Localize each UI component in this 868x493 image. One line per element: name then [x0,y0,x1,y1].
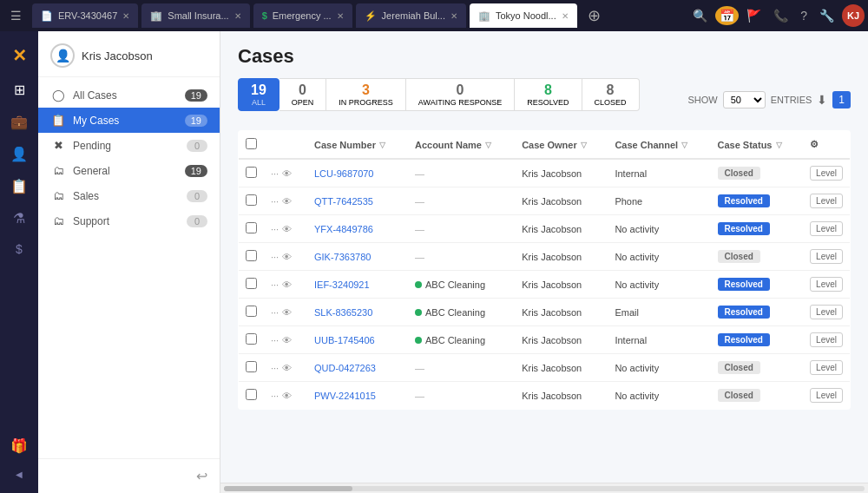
rail-icon-grid[interactable]: ⊞ [0,75,38,105]
row-eye-icon[interactable]: 👁 [282,335,292,345]
sort-icon[interactable]: ▽ [485,141,491,149]
row-more-icon[interactable]: ··· [271,252,279,262]
rail-icon-cases[interactable]: 📋 [0,171,38,201]
scroll-thumb[interactable] [224,486,352,491]
close-icon[interactable]: ✕ [337,11,344,21]
rail-icon-dollar[interactable]: $ [0,235,38,263]
sidebar-item-general[interactable]: 🗂 General 19 [38,158,220,183]
columns-button[interactable]: 1 [832,91,851,108]
sort-icon[interactable]: ▽ [681,141,687,149]
row-checkbox[interactable] [246,222,257,233]
row-more-icon[interactable]: ··· [271,279,279,290]
filter-tab-open[interactable]: 0 OPEN [279,78,327,111]
sidebar-expand-icon[interactable]: ↩ [196,468,207,484]
row-eye-icon[interactable]: 👁 [282,279,292,290]
row-checkbox[interactable] [246,278,257,289]
horizontal-scrollbar[interactable] [220,483,868,493]
close-icon[interactable]: ✕ [562,11,569,21]
help-button[interactable]: ? [796,6,812,25]
select-all-checkbox[interactable] [246,138,257,149]
close-icon[interactable]: ✕ [234,11,241,21]
show-select[interactable]: 50 25 100 [723,91,766,108]
case-number-link[interactable]: QUD-0427263 [314,363,376,373]
sort-icon[interactable]: ▽ [581,141,587,149]
flag-button[interactable]: 🚩 [742,6,766,25]
calendar-button[interactable]: 📅 [715,6,739,25]
row-eye-icon[interactable]: 👁 [282,196,292,207]
download-button[interactable]: ⬇ [817,93,827,107]
tab-tokyo-noodl[interactable]: 🏢 Tokyo Noodl... ✕ [470,3,577,28]
level-button[interactable]: Level [810,166,843,181]
settings-button[interactable]: 🔧 [815,6,838,25]
row-more-icon[interactable]: ··· [271,196,279,207]
row-eye-icon[interactable]: 👁 [282,252,292,262]
case-number-link[interactable]: UUB-1745406 [314,335,375,345]
row-eye-icon[interactable]: 👁 [282,168,292,179]
case-number-link[interactable]: IEF-3240921 [314,279,370,290]
case-number-link[interactable]: LCU-9687070 [314,168,374,179]
row-checkbox[interactable] [246,361,257,372]
sort-icon[interactable]: ▽ [379,141,385,149]
sidebar-item-sales[interactable]: 🗂 Sales 0 [38,183,220,208]
level-button[interactable]: Level [810,332,843,347]
sidebar-item-support[interactable]: 🗂 Support 0 [38,208,220,233]
rail-icon-collapse[interactable]: ◀ [0,463,38,486]
awaiting-label: AWAITING RESPONSE [418,98,502,107]
tab-jeremiah[interactable]: ⚡ Jeremiah Bul... ✕ [356,3,466,28]
sidebar-item-my-cases[interactable]: 📋 My Cases 19 [38,108,220,133]
sidebar-item-all-cases[interactable]: ◯ All Cases 19 [38,82,220,108]
level-button[interactable]: Level [810,360,843,375]
level-button[interactable]: Level [810,277,843,292]
filter-tab-awaiting[interactable]: 0 AWAITING RESPONSE [406,78,515,111]
row-eye-icon[interactable]: 👁 [282,224,292,234]
case-number-link[interactable]: QTT-7642535 [314,196,373,207]
general-count: 19 [185,165,207,177]
case-number-link[interactable]: SLK-8365230 [314,307,372,318]
row-more-icon[interactable]: ··· [271,363,279,373]
add-tab-button[interactable]: ⊕ [581,4,608,27]
row-more-icon[interactable]: ··· [271,335,279,345]
tab-small-insura[interactable]: 🏢 Small Insura... ✕ [141,3,249,28]
row-checkbox[interactable] [246,250,257,261]
col-settings[interactable]: ⚙ [803,131,850,160]
level-button[interactable]: Level [810,305,843,319]
case-number-link[interactable]: GIK-7363780 [314,252,371,262]
row-more-icon[interactable]: ··· [271,168,279,179]
user-avatar[interactable]: KJ [842,4,865,27]
case-number-link[interactable]: PWV-2241015 [314,391,376,401]
rail-icon-gift[interactable]: 🎁 [0,431,38,461]
sidebar-item-pending[interactable]: ✖ Pending 0 [38,133,220,158]
level-button[interactable]: Level [810,221,843,236]
row-eye-icon[interactable]: 👁 [282,363,292,373]
row-checkbox[interactable] [246,389,257,400]
row-more-icon[interactable]: ··· [271,307,279,318]
rail-icon-filter[interactable]: ⚗ [0,203,38,233]
phone-button[interactable]: 📞 [769,6,792,25]
row-checkbox[interactable] [246,167,257,178]
row-checkbox[interactable] [246,194,257,206]
filter-tab-in-progress[interactable]: 3 IN PROGRESS [326,78,406,111]
close-icon[interactable]: ✕ [122,11,129,21]
level-button[interactable]: Level [810,249,843,264]
row-checkbox[interactable] [246,306,257,317]
tab-emergency[interactable]: $ Emergency ... ✕ [253,3,352,28]
rail-icon-briefcase[interactable]: 💼 [0,107,38,137]
filter-tab-closed[interactable]: 8 CLOSED [582,78,640,111]
rail-icon-contacts[interactable]: 👤 [0,139,38,169]
filter-tab-all[interactable]: 19 ALL [238,78,279,111]
search-button[interactable]: 🔍 [688,6,712,25]
tab-erv[interactable]: 📄 ERV-3430467 ✕ [32,3,138,28]
row-more-icon[interactable]: ··· [271,224,279,234]
level-button[interactable]: Level [810,388,843,403]
case-number-link[interactable]: YFX-4849786 [314,224,373,234]
level-button[interactable]: Level [810,194,843,208]
hamburger-button[interactable]: ☰ [3,5,29,26]
sort-icon[interactable]: ▽ [776,141,782,149]
rail-icon-logo[interactable]: ✕ [0,38,38,73]
row-eye-icon[interactable]: 👁 [282,391,292,401]
close-icon[interactable]: ✕ [450,11,457,21]
filter-tab-resolved[interactable]: 8 RESOLVED [515,78,582,111]
row-more-icon[interactable]: ··· [271,391,279,401]
row-eye-icon[interactable]: 👁 [282,307,292,318]
row-checkbox[interactable] [246,333,257,345]
